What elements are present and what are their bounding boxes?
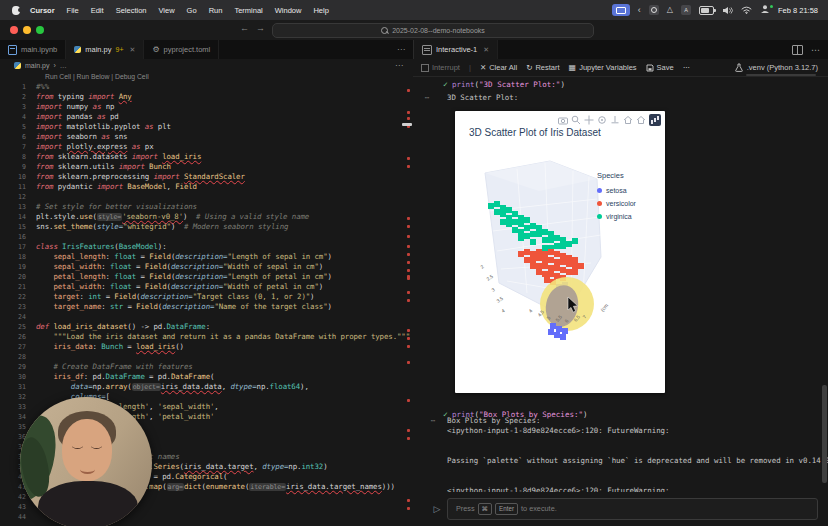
close-window-button[interactable] xyxy=(10,26,18,34)
zoom-window-button[interactable] xyxy=(36,26,44,34)
tab-interactive-1[interactable]: Interactive-1 ✕ xyxy=(414,40,498,59)
apple-menu-icon[interactable] xyxy=(12,6,20,15)
code-line[interactable]: 12 xyxy=(0,192,413,202)
webcam-overlay xyxy=(20,397,152,526)
cell-1[interactable]: ✓ print("3D Scatter Plot:") xyxy=(413,78,565,90)
code-line[interactable]: 28 xyxy=(0,352,413,362)
app-menu-cursor[interactable]: Cursor xyxy=(30,6,55,15)
code-line[interactable]: 15sns.set_theme(style="whitegrid") # Mod… xyxy=(0,222,413,232)
code-line[interactable]: 19 sepal_width: float = Field(descriptio… xyxy=(0,262,413,272)
line-number: 5 xyxy=(0,122,36,132)
code-line[interactable]: 20 petal_length: float = Field(descripti… xyxy=(0,272,413,282)
output-collapse-icon[interactable]: ⋯ xyxy=(413,93,441,103)
code-line[interactable]: 14plt.style.use(style='seaborn-v0_8') # … xyxy=(0,212,413,222)
interrupt-button[interactable]: Interrupt xyxy=(421,63,460,72)
breadcrumb-more[interactable]: … xyxy=(60,62,67,69)
interactive-toolbar: Interrupt | ✕ Clear All ↻ Restart ▦ Jupy… xyxy=(413,59,828,77)
code-line[interactable]: 9from sklearn.utils import Bunch xyxy=(0,162,413,172)
code-line[interactable]: 31 data=np.array(object=iris_data.data, … xyxy=(0,382,413,392)
code-line[interactable]: 29 # Create DataFrame with features xyxy=(0,362,413,372)
code-line[interactable]: 25def load_iris_dataset() -> pd.DataFram… xyxy=(0,322,413,332)
nav-forward-icon[interactable]: → xyxy=(256,23,265,33)
code-line[interactable]: 3import numpy as np xyxy=(0,102,413,112)
code-line[interactable]: 4import pandas as pd xyxy=(0,112,413,122)
tab-main.ipynb[interactable]: main.ipynb xyxy=(0,40,66,59)
code-line[interactable]: 27 iris_data: Bunch = load_iris() xyxy=(0,342,413,352)
error-mark xyxy=(407,217,410,220)
split-editor-icon[interactable] xyxy=(792,45,803,55)
status-app-icon-3[interactable]: A xyxy=(681,5,691,15)
cell-1-code[interactable]: print("3D Scatter Plot:") xyxy=(452,80,565,89)
code-line[interactable]: 17class IrisFeatures(BaseModel): xyxy=(0,242,413,252)
status-app-icon-2[interactable]: △ xyxy=(667,5,673,15)
error-mark xyxy=(407,429,410,432)
menu-selection[interactable]: Selection xyxy=(116,6,147,15)
code-line[interactable]: 26 """Load the iris dataset and return i… xyxy=(0,332,413,342)
code-line[interactable]: 16 xyxy=(0,232,413,242)
code-line[interactable]: 18 sepal_length: float = Field(descripti… xyxy=(0,252,413,262)
code-line[interactable]: 10from sklearn.preprocessing import Stan… xyxy=(0,172,413,182)
collapse-chevron-icon[interactable]: ‹ xyxy=(638,5,641,15)
menu-edit[interactable]: Edit xyxy=(91,6,104,15)
run-input-icon[interactable]: ▷ xyxy=(427,504,447,514)
code-line[interactable]: 23 target_name: str = Field(description=… xyxy=(0,302,413,312)
code-line[interactable]: 1#%% xyxy=(0,82,413,92)
clear-all-button[interactable]: ✕ Clear All xyxy=(480,63,517,72)
legend-item-setosa[interactable]: setosa xyxy=(597,184,659,197)
menubar-clock[interactable]: Feb 8 21:58 xyxy=(778,6,818,15)
breadcrumb-file[interactable]: main.py xyxy=(25,62,50,69)
code-line[interactable]: 11from pydantic import BaseModel, Field xyxy=(0,182,413,192)
menu-help[interactable]: Help xyxy=(313,6,328,15)
code-line[interactable]: 21 petal_width: float = Field(descriptio… xyxy=(0,282,413,292)
code-line[interactable]: 2from typing import Any xyxy=(0,92,413,102)
close-tab-icon[interactable]: ✕ xyxy=(130,46,136,54)
legend-item-virginica[interactable]: virginica xyxy=(597,210,659,223)
menu-go[interactable]: Go xyxy=(187,6,197,15)
pane-scrollbar[interactable] xyxy=(822,385,827,483)
minimize-window-button[interactable] xyxy=(23,26,31,34)
tab-pyproject.toml[interactable]: ⚙pyproject.toml xyxy=(144,40,219,59)
command-center-search[interactable]: 2025-02-08--demo-notebooks xyxy=(272,23,594,38)
menu-view[interactable]: View xyxy=(158,6,174,15)
battery-icon[interactable] xyxy=(699,6,714,15)
code-line[interactable]: 7import plotly.express as px xyxy=(0,142,413,152)
overview-ruler[interactable] xyxy=(405,59,410,526)
menu-run[interactable]: Run xyxy=(209,6,223,15)
menu-file[interactable]: File xyxy=(67,6,79,15)
code-line[interactable]: 6import seaborn as sns xyxy=(0,132,413,142)
tab-main.py[interactable]: main.py9+✕ xyxy=(66,40,144,59)
volume-icon[interactable] xyxy=(722,6,733,15)
editor-more-actions-icon[interactable]: ⋯ xyxy=(395,61,403,70)
codelens-run-cell[interactable]: Run Cell | Run Below | Debug Cell xyxy=(0,71,413,82)
save-button[interactable]: Save xyxy=(646,63,674,72)
screen-mirroring-icon[interactable] xyxy=(612,4,630,16)
nav-back-icon[interactable]: ← xyxy=(240,23,249,33)
menu-window[interactable]: Window xyxy=(275,6,302,15)
menu-terminal[interactable]: Terminal xyxy=(234,6,262,15)
breadcrumb[interactable]: main.py › … xyxy=(0,59,413,71)
jupyter-variables-button[interactable]: ▦ Jupyter Variables xyxy=(569,63,637,72)
line-number: 11 xyxy=(0,182,36,192)
code-line[interactable]: 8from sklearn.datasets import load_iris xyxy=(0,152,413,162)
plot-3d-scene[interactable]: 22.533.54 44.555.566.57 (cm xyxy=(455,111,665,393)
tabs-more-icon[interactable]: ⋯ xyxy=(397,45,413,54)
toolbar-more-icon[interactable]: ⋯ xyxy=(683,63,691,72)
line-number: 17 xyxy=(0,242,36,252)
window-titlebar: ← → 2025-02-08--demo-notebooks xyxy=(0,20,828,41)
kernel-picker[interactable]: .venv (Python 3.12.7) xyxy=(735,63,828,72)
interactive-code-input[interactable]: Press ⌘ Enter to execute. xyxy=(447,498,818,520)
code-line[interactable]: 22 target: int = Field(description="Targ… xyxy=(0,292,413,302)
editor-actions-more-icon[interactable]: ⋯ xyxy=(811,45,820,55)
status-app-icon-1[interactable] xyxy=(649,5,659,15)
close-tab-icon[interactable]: ✕ xyxy=(483,46,489,54)
code-line[interactable]: 13# Set style for better visualizations xyxy=(0,202,413,212)
code-line[interactable]: 24 xyxy=(0,312,413,322)
code-line[interactable]: 5import matplotlib.pyplot as plt xyxy=(0,122,413,132)
wifi-icon[interactable] xyxy=(741,6,752,14)
restart-button[interactable]: ↻ Restart xyxy=(526,63,559,72)
plot-legend[interactable]: Species setosaversicolorvirginica xyxy=(597,171,659,223)
output-collapse-icon[interactable]: ⋯ xyxy=(419,416,447,425)
legend-item-versicolor[interactable]: versicolor xyxy=(597,197,659,210)
code-line[interactable]: 30 iris_df: pd.DataFrame = pd.DataFrame( xyxy=(0,372,413,382)
user-account-icon[interactable] xyxy=(760,4,770,16)
